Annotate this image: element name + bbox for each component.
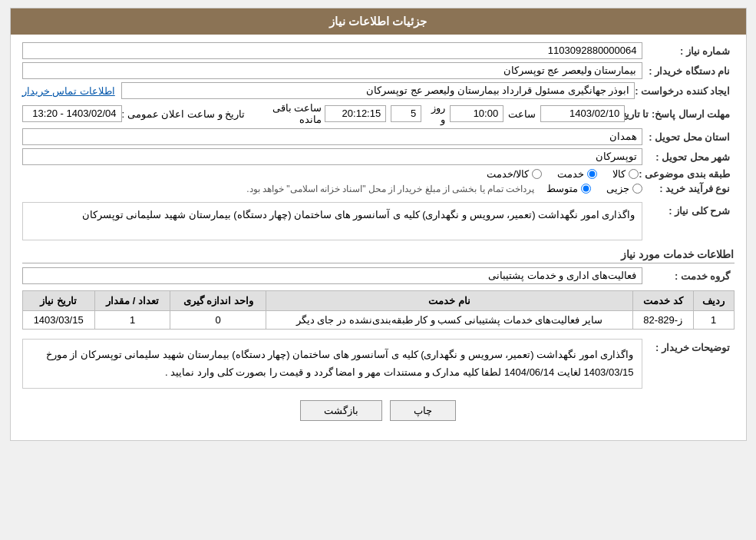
radio-kala-input[interactable] xyxy=(629,169,639,179)
back-button[interactable]: بازگشت xyxy=(300,400,382,421)
buttons-row: چاپ بازگشت xyxy=(22,400,735,421)
radio-kala-khadamat-label: کالا/خدمت xyxy=(487,168,530,180)
radio-khadamat-label: خدمت xyxy=(557,168,584,180)
label-baghimande: ساعت باقی مانده xyxy=(254,102,322,125)
row-shahr: شهر محل تحویل : توپسرکان xyxy=(22,148,735,165)
row-towzih: توضیحات خریدار : واگذاری امور نگهداشت (ت… xyxy=(22,339,735,389)
value-saat: 10:00 xyxy=(450,105,503,122)
radio-jozyi-label: جزیی xyxy=(606,183,629,194)
row-ijad: ایجاد کننده درخواست : ابوذر جهانگیری مسئ… xyxy=(22,82,735,99)
services-table: ردیف کد خدمت نام خدمت واحد اندازه گیری ت… xyxy=(22,290,735,330)
label-ijad: ایجاد کننده درخواست : xyxy=(635,85,734,97)
label-mohlat: مهلت ارسال پاسخ: تا تاریخ : xyxy=(625,108,734,120)
row-sharh: شرح کلی نیاز : واگذاری امور نگهداشت (تعم… xyxy=(22,202,735,240)
label-noe-farayand: نوع فرآیند خرید : xyxy=(642,183,735,194)
tabaqe-radio-group: کالا خدمت کالا/خدمت xyxy=(487,168,639,180)
label-towzih: توضیحات خریدار : xyxy=(642,339,735,353)
section-khadamat: اطلاعات خدمات مورد نیاز xyxy=(22,248,735,263)
row-shomareNiaz: شماره نیاز : 1103092880000064 xyxy=(22,42,735,59)
label-tabaqe: طبقه بندی موضوعی : xyxy=(639,168,734,180)
label-shomareNiaz: شماره نیاز : xyxy=(642,45,735,57)
th-kod: کد خدمت xyxy=(632,291,693,311)
th-vahed: واحد اندازه گیری xyxy=(170,291,266,311)
th-tarikh: تاریخ نیاز xyxy=(22,291,94,311)
value-towzih: واگذاری امور نگهداشت (تعمیر، سرویس و نگه… xyxy=(22,339,642,389)
radio-khadamat-input[interactable] xyxy=(587,169,597,179)
content-area: شماره نیاز : 1103092880000064 نام دستگاه… xyxy=(11,35,746,440)
value-date: 1403/02/10 xyxy=(540,105,625,122)
label-shahr: شهر محل تحویل : xyxy=(642,151,735,163)
row-noe-farayand: نوع فرآیند خرید : جزیی متوسط پرداخت تمام… xyxy=(22,183,735,194)
radio-kala-khadamat-input[interactable] xyxy=(532,169,542,179)
page-container: جزئیات اطلاعات نیاز شماره نیاز : 1103092… xyxy=(10,8,747,441)
label-roz: روز و xyxy=(426,102,445,125)
label-gorohe: گروه خدمت : xyxy=(642,270,735,282)
th-radif: ردیف xyxy=(693,291,734,311)
table-row: 1ز-829-82سایر فعالیت‌های خدمات پشتیبانی … xyxy=(22,311,734,330)
row-gorohe: گروه خدمت : فعالیت‌های اداری و خدمات پشت… xyxy=(22,267,735,284)
radio-motovaset[interactable]: متوسط xyxy=(546,183,591,194)
radio-motovaset-input[interactable] xyxy=(581,184,591,194)
label-namdastgah: نام دستگاه خریدار : xyxy=(642,65,735,77)
value-sharh: واگذاری امور نگهداشت (تعمیر، سرویس و نگه… xyxy=(22,202,642,240)
radio-motovaset-label: متوسط xyxy=(546,183,578,194)
table-cell-3: 0 xyxy=(170,311,266,330)
label-sharh: شرح کلی نیاز : xyxy=(642,202,735,217)
radio-kala-khadamat[interactable]: کالا/خدمت xyxy=(487,168,543,180)
value-gorohe: فعالیت‌های اداری و خدمات پشتیبانی xyxy=(22,267,642,284)
value-namdastgah: بیمارستان ولیعصر عج توپسرکان xyxy=(22,62,642,79)
table-cell-0: 1 xyxy=(693,311,734,330)
value-tarikhAelam: 1403/02/04 - 13:20 xyxy=(22,105,122,122)
page-title: جزئیات اطلاعات نیاز xyxy=(329,15,427,28)
radio-kala-label: کالا xyxy=(612,168,626,180)
radio-khadamat[interactable]: خدمت xyxy=(557,168,597,180)
radio-kala[interactable]: کالا xyxy=(612,168,639,180)
note-farayand: پرداخت تمام یا بخشی از مبلغ خریدار از مح… xyxy=(246,184,534,194)
farayand-radio-group: جزیی متوسط xyxy=(546,183,642,194)
value-ostan: همدان xyxy=(22,128,642,145)
link-etlaat-tamas[interactable]: اطلاعات تماس خریدار xyxy=(22,85,115,97)
table-cell-4: 1 xyxy=(94,311,170,330)
table-cell-5: 1403/03/15 xyxy=(22,311,94,330)
label-ostan: استان محل تحویل : xyxy=(642,131,735,143)
table-cell-1: ز-829-82 xyxy=(632,311,693,330)
radio-jozyi-input[interactable] xyxy=(632,184,642,194)
row-tabaqe: طبقه بندی موضوعی : کالا خدمت کالا/خدمت xyxy=(22,168,735,180)
label-saat: ساعت xyxy=(508,108,536,120)
value-shahr: توپسرکان xyxy=(22,148,642,165)
th-tedad: تعداد / مقدار xyxy=(94,291,170,311)
row-ostan: استان محل تحویل : همدان xyxy=(22,128,735,145)
row-mohlat: مهلت ارسال پاسخ: تا تاریخ : 1403/02/10 س… xyxy=(22,102,735,125)
row-namdastgah: نام دستگاه خریدار : بیمارستان ولیعصر عج … xyxy=(22,62,735,79)
value-roz: 5 xyxy=(391,105,421,122)
value-baghimande: 20:12:15 xyxy=(325,105,386,122)
value-ijad: ابوذر جهانگیری مسئول قرارداد بیمارستان و… xyxy=(121,82,636,99)
print-button[interactable]: چاپ xyxy=(390,400,456,421)
page-header: جزئیات اطلاعات نیاز xyxy=(11,8,746,35)
radio-jozyi[interactable]: جزیی xyxy=(606,183,642,194)
value-shomareNiaz: 1103092880000064 xyxy=(22,42,642,59)
th-name: نام خدمت xyxy=(266,291,632,311)
label-tarikhAelam: تاریخ و ساعت اعلان عمومی : xyxy=(122,108,246,120)
table-cell-2: سایر فعالیت‌های خدمات پشتیبانی کسب و کار… xyxy=(266,311,632,330)
